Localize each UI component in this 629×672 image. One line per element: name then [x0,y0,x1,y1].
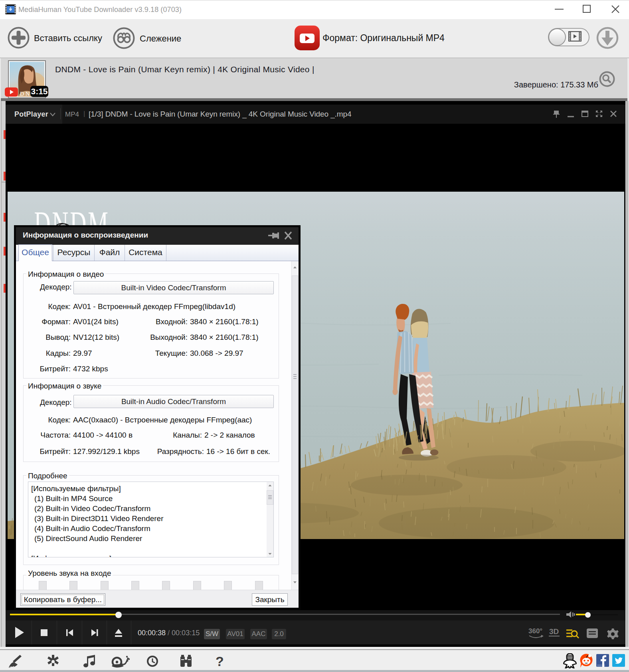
svg-text:?: ? [216,654,224,668]
svg-text:3D: 3D [549,627,559,636]
svg-text:360°: 360° [528,627,542,635]
